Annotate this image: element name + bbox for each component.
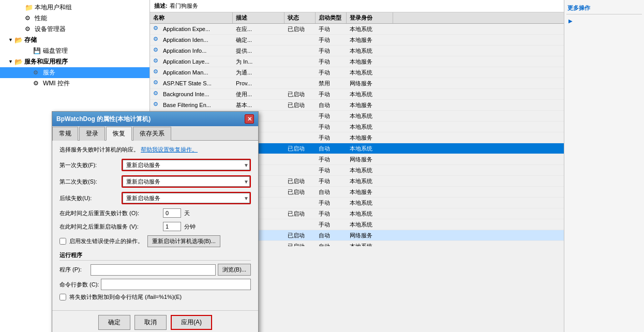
action-arrow-icon: ▶ [568,18,573,24]
failcount-label: 将失败计数附加到命令行结尾 (/fail=%1%)(E) [69,293,182,301]
svc-icon [153,25,161,33]
table-row[interactable]: Application Expe...在应...已启动手动本地系统 [150,24,564,35]
gear-icon [25,14,33,23]
program-section-label: 运行程序 [59,251,251,261]
tree-item-wmi[interactable]: WMI 控件 [0,78,149,89]
dialog-close-button[interactable]: ✕ [245,114,254,124]
actions-title: 更多操作 [566,2,642,14]
browse-button[interactable]: 浏览(B)... [218,264,251,276]
dialog-titlebar: BpWatchDog 的属性(本地计算机) ✕ [52,112,258,126]
tab-recovery[interactable]: 恢复 [106,127,132,141]
wmi-icon [33,80,41,88]
reset-count-label: 在此时间之后重置失败计数 (O): [59,209,163,217]
col-header-name[interactable]: 名称 [150,12,233,23]
svc-icon [153,36,161,44]
second-failure-select-wrapper: 重新启动服务 运行程序 重新启动计算机 无操作 ▼ [122,175,251,188]
disk-icon [33,47,41,55]
folder-open-icon-2 [14,58,23,66]
tree-item-perf[interactable]: 性能 [0,13,149,24]
folder-open-icon [14,36,23,44]
svc-icon [153,90,161,98]
table-row[interactable]: ASP.NET State S...Prov...禁用网络服务 [150,78,564,89]
service-icon [33,69,41,77]
restart-minutes-row: 在此时间之后重新启动服务 (V): 分钟 [59,222,251,231]
second-failure-select[interactable]: 重新启动服务 运行程序 重新启动计算机 无操作 [123,176,250,187]
table-row[interactable]: Base Filtering En...基本...已启动自动本地服务 [150,100,564,111]
dialog-overlay: BpWatchDog 的属性(本地计算机) ✕ 常规 登录 恢复 依存关系 选择… [52,111,259,332]
subsequent-failure-row: 后续失败(U): 重新启动服务 运行程序 重新启动计算机 无操作 ▼ [59,192,251,204]
enable-actions-checkbox[interactable] [59,238,66,245]
svc-icon [153,79,161,87]
subsequent-failure-select-wrapper: 重新启动服务 运行程序 重新启动计算机 无操作 ▼ [122,192,251,204]
table-row[interactable]: Background Inte...使用...已启动手动本地系统 [150,89,564,100]
subsequent-failure-label: 后续失败(U): [59,194,122,202]
restart-options-button[interactable]: 重新启动计算机选项(B)... [147,235,220,247]
args-row: 命令行参数 (C): [59,279,251,290]
restart-minutes-label: 在此时间之后重新启动服务 (V): [59,223,163,231]
tab-dependencies[interactable]: 依存关系 [133,127,171,141]
failcount-checkbox[interactable] [59,294,66,300]
col-header-startup[interactable]: 启动类型 [316,12,347,23]
tree-item-storage[interactable]: ▼ 存储 [0,35,149,46]
actions-panel: 更多操作 ▶ [564,0,644,332]
col-header-status[interactable]: 状态 [284,12,316,23]
more-actions-item[interactable]: ▶ [566,17,642,25]
enable-actions-label: 启用发生错误使停止的操作。 [69,237,143,245]
failcount-row: 将失败计数附加到命令行结尾 (/fail=%1%)(E) [59,293,251,301]
svc-icon [153,68,161,77]
description-bar: 描述: 看门狗服务 [150,0,564,12]
col-header-logon[interactable]: 登录身份 [347,12,393,23]
program-row: 程序 (P): 浏览(B)... [59,264,251,276]
ok-button[interactable]: 确定 [98,315,130,330]
program-label: 程序 (P): [59,266,91,274]
col-header-desc[interactable]: 描述 [233,12,284,23]
args-input[interactable] [101,279,251,290]
svc-icon [153,57,161,66]
program-section: 运行程序 程序 (P): 浏览(B)... 命令行参数 (C): 将失败计数附加… [59,251,251,301]
table-row[interactable]: Application Man...为通...手动本地系统 [150,67,564,78]
table-row[interactable]: Application Iden...确定...手动本地服务 [150,35,564,46]
restart-minutes-input[interactable] [163,222,181,231]
reset-count-input[interactable] [163,208,181,218]
reset-count-row: 在此时间之后重置失败计数 (O): 天 [59,208,251,218]
reset-count-unit: 天 [184,209,190,217]
first-failure-row: 第一次失败(F): 重新启动服务 运行程序 重新启动计算机 无操作 ▼ [59,159,251,171]
first-failure-select-wrapper: 重新启动服务 运行程序 重新启动计算机 无操作 ▼ [122,159,251,171]
cancel-button[interactable]: 取消 [134,315,167,330]
enable-actions-row: 启用发生错误使停止的操作。 重新启动计算机选项(B)... [59,235,251,247]
folder-icon [25,4,33,12]
tree-item-services[interactable]: 服务 [0,67,149,78]
dialog-buttons: 确定 取消 应用(A) [52,310,258,332]
tree-item-services-apps[interactable]: ▼ 服务和应用程序 [0,56,149,67]
table-header: 名称 描述 状态 启动类型 登录身份 [150,12,564,24]
subsequent-failure-select[interactable]: 重新启动服务 运行程序 重新启动计算机 无操作 [123,193,250,203]
second-failure-label: 第二次失败(S): [59,178,122,186]
recovery-help-link[interactable]: 帮助我设置恢复操作。 [141,146,198,153]
table-row[interactable]: Application Info...提供...手动本地系统 [150,46,564,56]
gear-icon-2 [25,25,33,34]
dialog-title: BpWatchDog 的属性(本地计算机) [56,115,151,124]
tab-logon[interactable]: 登录 [79,127,105,141]
description-text: 看门狗服务 [170,2,198,10]
tree-item-local-users[interactable]: 本地用户和组 [0,2,149,13]
apply-button[interactable]: 应用(A) [171,315,212,330]
recovery-description: 选择服务失败时计算机的响应。 帮助我设置恢复操作。 [59,146,251,154]
restart-minutes-unit: 分钟 [184,223,196,231]
svc-icon [153,101,161,109]
second-failure-row: 第二次失败(S): 重新启动服务 运行程序 重新启动计算机 无操作 ▼ [59,175,251,188]
tree-item-disk-mgmt[interactable]: 磁盘管理 [0,46,149,56]
first-failure-select[interactable]: 重新启动服务 运行程序 重新启动计算机 无操作 [123,160,250,170]
first-failure-label: 第一次失败(F): [59,161,122,169]
svc-icon [153,47,161,55]
tree-item-device-mgr[interactable]: 设备管理器 [0,24,149,35]
program-input[interactable] [91,264,216,276]
description-label: 描述: [154,2,168,10]
args-label: 命令行参数 (C): [59,281,101,289]
dialog-tabs: 常规 登录 恢复 依存关系 [52,126,258,141]
dialog-content: 选择服务失败时计算机的响应。 帮助我设置恢复操作。 第一次失败(F): 重新启动… [52,141,258,310]
table-row[interactable]: Application Laye...为 In...手动本地服务 [150,56,564,67]
tab-general[interactable]: 常规 [52,127,78,141]
